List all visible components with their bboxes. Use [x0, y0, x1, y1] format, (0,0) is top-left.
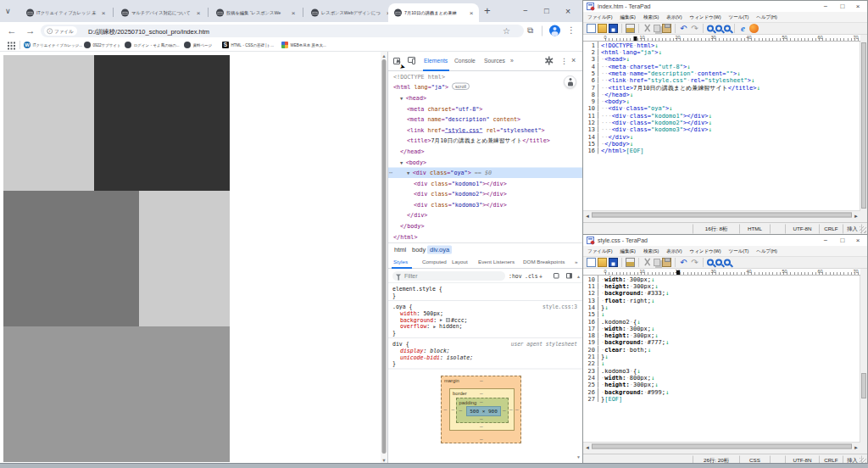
- copy-icon[interactable]: [654, 259, 660, 266]
- tree-node[interactable]: </html>: [388, 231, 582, 242]
- scroll-thumb[interactable]: [861, 42, 866, 209]
- hov-toggle[interactable]: :hov: [509, 273, 522, 280]
- tree-node[interactable]: </body>: [388, 220, 582, 231]
- menu-item[interactable]: 表示(V): [666, 14, 682, 20]
- styles-scroll-up-icon[interactable]: ▲: [576, 274, 581, 279]
- scroll-thumb[interactable]: [592, 213, 852, 218]
- scroll-down-icon[interactable]: ▼: [381, 458, 387, 463]
- search-prev-icon[interactable]: [724, 259, 731, 266]
- site-info-chip[interactable]: i ファイル: [44, 26, 77, 36]
- devtools-tab-console[interactable]: Console: [454, 58, 476, 64]
- browser-tab-4[interactable]: レスポンスWebデザインにつ ×: [305, 3, 396, 22]
- redo-icon[interactable]: ↷: [690, 24, 699, 33]
- horizontal-scrollbar[interactable]: ◄ ►: [583, 442, 860, 450]
- breadcrumb-div-oya[interactable]: div.oya: [427, 246, 452, 254]
- browser-tab-2[interactable]: マルチデバイス対応について ×: [115, 3, 206, 22]
- internet-explorer-icon[interactable]: e: [738, 24, 748, 33]
- window-close-button[interactable]: ×: [850, 3, 865, 10]
- rule-element-style[interactable]: element.style { }: [388, 283, 582, 301]
- color-swatch[interactable]: [446, 318, 450, 322]
- firefox-icon[interactable]: [749, 24, 759, 33]
- scroll-thumb[interactable]: [382, 59, 387, 454]
- page-scrollbar[interactable]: ▲ ▼: [381, 52, 387, 464]
- window-close-button[interactable]: ×: [850, 237, 865, 244]
- style-source-link[interactable]: style.css:3: [542, 304, 577, 310]
- rule-div-ua[interactable]: user agent stylesheet div { display: blo…: [388, 338, 582, 369]
- tab-layout[interactable]: Layout: [452, 259, 468, 265]
- new-tab-button[interactable]: +: [484, 4, 491, 18]
- menu-item[interactable]: ファイル(F): [587, 14, 613, 20]
- print-icon[interactable]: [626, 24, 635, 33]
- bookmark-item[interactable]: 0922サブサイト: [84, 42, 121, 48]
- tab-styles[interactable]: Styles: [393, 259, 408, 265]
- window-maximize-button[interactable]: □: [544, 6, 549, 15]
- tab-close-icon[interactable]: ×: [468, 9, 475, 16]
- search-icon[interactable]: [707, 25, 714, 32]
- breadcrumb-html[interactable]: html: [392, 246, 409, 254]
- menu-item[interactable]: 表示(V): [666, 248, 682, 254]
- inspect-element-icon[interactable]: ➤: [393, 56, 403, 65]
- browser-tab-1[interactable]: ITクリエイティブカレッジ 未 ×: [20, 3, 111, 22]
- paste-icon[interactable]: [662, 24, 671, 33]
- device-toolbar-icon[interactable]: [408, 56, 417, 65]
- open-file-icon[interactable]: [598, 24, 607, 33]
- styles-more-tabs-icon[interactable]: »: [575, 259, 577, 265]
- box-model-padding[interactable]: padding ‒ ‒ ‒ ‒ 500 × 900: [456, 398, 509, 423]
- scroll-right-icon[interactable]: ►: [854, 444, 859, 450]
- menu-item[interactable]: ツール(T): [729, 248, 749, 254]
- tab-close-icon[interactable]: ×: [100, 9, 107, 16]
- tree-node[interactable]: <div class="kodomo3"></div>: [388, 199, 582, 210]
- bookmark-item[interactable]: S HTML・CSSの基礎 |ト...: [222, 42, 274, 48]
- tree-node[interactable]: <!DOCTYPE html>: [388, 71, 582, 82]
- tree-node-selected[interactable]: ⋯▼ <div class="oya"> == $0: [388, 167, 582, 178]
- tab-event-listeners[interactable]: Event Listeners: [478, 259, 515, 265]
- apps-grid-icon[interactable]: [8, 42, 15, 50]
- tab-search-icon[interactable]: ∨: [5, 6, 11, 15]
- window-close-button[interactable]: ×: [565, 6, 570, 16]
- devtools-close-icon[interactable]: ×: [571, 56, 576, 65]
- menu-item[interactable]: ファイル(F): [587, 248, 613, 254]
- back-icon[interactable]: ←: [7, 25, 17, 36]
- tree-node[interactable]: <link href="style.css" rel="stylesheet">: [388, 125, 582, 136]
- terapad-title-bar[interactable]: index.htm - TeraPad − □ ×: [583, 1, 867, 12]
- search-next-icon[interactable]: [715, 25, 722, 32]
- bookmark-item[interactable]: WEB色見本 原色大...: [281, 42, 326, 48]
- new-file-icon[interactable]: [587, 258, 596, 267]
- new-file-icon[interactable]: [587, 24, 596, 33]
- rendering-icon[interactable]: [554, 273, 559, 279]
- accessibility-icon[interactable]: [564, 75, 576, 88]
- window-maximize-button[interactable]: □: [835, 3, 850, 10]
- redo-icon[interactable]: ↷: [690, 258, 699, 267]
- devtools-tab-sources[interactable]: Sources: [484, 58, 505, 64]
- forward-icon[interactable]: →: [25, 25, 36, 36]
- window-minimize-button[interactable]: −: [523, 6, 528, 15]
- text-editor[interactable]: 10·width:·300px;↓11·height:·300px;↓12·ba…: [583, 276, 860, 442]
- menu-item[interactable]: 検索(S): [643, 248, 659, 254]
- tree-node[interactable]: <html lang="ja"> scroll: [388, 82, 582, 93]
- scroll-right-icon[interactable]: ►: [854, 213, 859, 219]
- browser-menu-icon[interactable]: ⋮: [567, 25, 576, 36]
- save-icon[interactable]: [609, 258, 618, 267]
- window-maximize-button[interactable]: □: [835, 237, 850, 244]
- vertical-scrollbar[interactable]: [860, 42, 866, 210]
- box-model-margin[interactable]: margin ‒ ‒ ‒ ‒ border ‒ ‒ ‒ ‒ padding ‒: [441, 376, 521, 443]
- tab-dom-breakpoints[interactable]: DOM Breakpoints: [523, 259, 565, 265]
- devtools-more-tabs-icon[interactable]: »: [510, 58, 514, 64]
- menu-item[interactable]: 編集(E): [620, 14, 636, 20]
- bookmark-item[interactable]: ログイン・そよ風の頭の...: [125, 42, 180, 48]
- tree-node[interactable]: ▼ <body>: [388, 157, 582, 168]
- browser-essentials-icon[interactable]: ⧉: [527, 25, 533, 36]
- vertical-scrollbar[interactable]: [860, 276, 866, 442]
- window-minimize-button[interactable]: −: [818, 3, 833, 10]
- scroll-left-icon[interactable]: ◄: [585, 444, 590, 450]
- scroll-thumb[interactable]: [861, 373, 866, 398]
- styles-scroll-down-icon[interactable]: ▼: [576, 454, 581, 460]
- devtools-settings-icon[interactable]: [545, 57, 553, 64]
- tree-node[interactable]: </head>: [388, 146, 582, 157]
- profile-avatar[interactable]: [549, 25, 560, 36]
- tree-node[interactable]: <div class="kodomo1"></div>: [388, 178, 582, 189]
- browser-tab-active[interactable]: 7月10日の講義まとめ兼練 ×: [388, 3, 479, 22]
- terapad-title-bar[interactable]: style.css - TeraPad − □ ×: [583, 235, 867, 246]
- bookmark-item[interactable]: 資料ページ: [184, 42, 212, 48]
- menu-item[interactable]: 検索(S): [643, 14, 659, 20]
